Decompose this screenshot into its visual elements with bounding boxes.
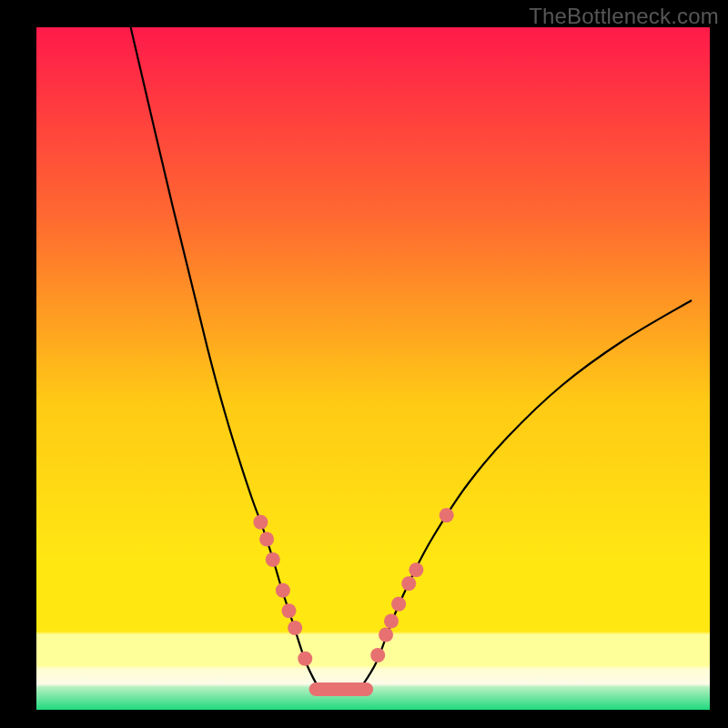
highlight-dot (391, 597, 406, 612)
highlight-dot (401, 576, 416, 591)
highlight-dot (370, 648, 385, 662)
highlight-dot (288, 621, 302, 635)
highlight-dot (298, 652, 312, 666)
highlight-dot (384, 614, 399, 629)
highlight-dot (259, 532, 274, 547)
highlight-dot (440, 508, 454, 522)
highlight-dot (379, 628, 393, 642)
highlight-dot (266, 552, 280, 567)
watermark-text: TheBottleneck.com (529, 4, 719, 29)
plot-background (36, 27, 710, 710)
highlight-dot (276, 583, 290, 598)
highlight-dot (253, 515, 268, 530)
bottleneck-chart (0, 0, 728, 728)
highlight-dot (282, 603, 297, 618)
highlight-dot (409, 562, 423, 577)
